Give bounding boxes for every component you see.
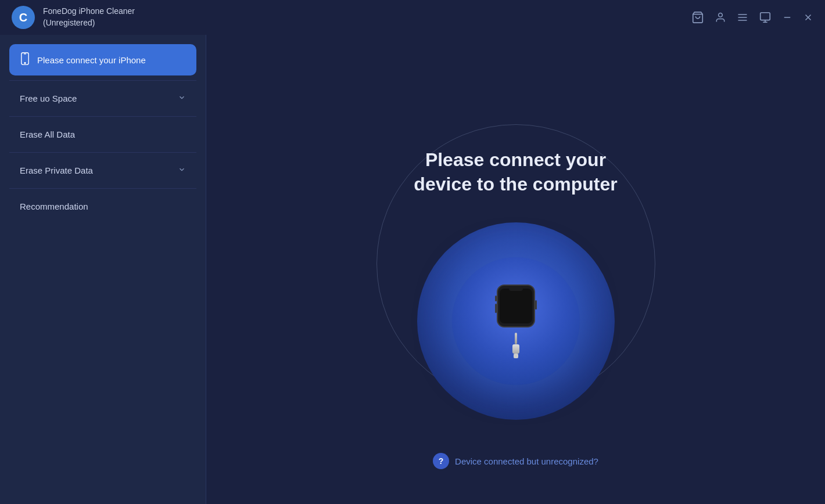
- sidebar-divider-4: [9, 188, 196, 189]
- close-icon[interactable]: [803, 12, 813, 23]
- svg-rect-17: [495, 296, 497, 301]
- sidebar-divider-3: [9, 152, 196, 153]
- app-info: C FoneDog iPhone Cleaner (Unregistered): [12, 6, 135, 29]
- menu-icon[interactable]: [737, 11, 748, 24]
- app-logo: C: [12, 6, 35, 29]
- svg-rect-5: [761, 13, 770, 20]
- sidebar-item-label-erase-all: Erase All Data: [20, 129, 75, 139]
- connect-title: Please connect your device to the comput…: [388, 148, 644, 196]
- user-icon[interactable]: [715, 11, 726, 24]
- iphone-illustration: [495, 284, 537, 332]
- svg-point-13: [24, 63, 26, 64]
- sidebar: Please connect your iPhone Free uo Space…: [0, 35, 206, 504]
- sidebar-item-recommendation[interactable]: Recommendation: [9, 193, 196, 219]
- svg-rect-21: [512, 344, 519, 354]
- middle-circle: [417, 222, 615, 420]
- sidebar-item-erase-all-data[interactable]: Erase All Data: [9, 121, 196, 147]
- device-illustration: [495, 284, 537, 358]
- sidebar-divider-1: [9, 80, 196, 81]
- help-link[interactable]: Device connected but unrecognized?: [455, 456, 598, 466]
- sidebar-item-label-recommendation: Recommendation: [20, 201, 88, 211]
- chevron-down-icon-free: [178, 93, 186, 103]
- titlebar: C FoneDog iPhone Cleaner (Unregistered): [0, 0, 825, 35]
- chevron-down-icon-private: [178, 165, 186, 175]
- sidebar-divider-2: [9, 116, 196, 117]
- app-title: FoneDog iPhone Cleaner (Unregistered): [43, 6, 135, 28]
- cable-illustration: [510, 333, 522, 358]
- svg-rect-15: [500, 289, 532, 323]
- inner-circle: [452, 257, 580, 385]
- sidebar-item-label-erase-private: Erase Private Data: [20, 165, 93, 175]
- main-layout: Please connect your iPhone Free uo Space…: [0, 35, 825, 504]
- chat-icon[interactable]: [759, 11, 772, 24]
- cart-icon[interactable]: [691, 11, 704, 24]
- svg-rect-22: [514, 354, 518, 358]
- sidebar-item-connect-iphone[interactable]: Please connect your iPhone: [9, 44, 196, 75]
- svg-rect-19: [535, 300, 537, 309]
- connect-container: Please connect your device to the comput…: [376, 124, 655, 403]
- content-area: Please connect your device to the comput…: [206, 35, 825, 504]
- svg-rect-16: [509, 286, 523, 291]
- sidebar-item-free-up-space[interactable]: Free uo Space: [9, 85, 196, 111]
- help-section[interactable]: ? Device connected but unrecognized?: [433, 453, 598, 469]
- outer-ring: Please connect your device to the comput…: [376, 124, 655, 403]
- sidebar-item-erase-private-data[interactable]: Erase Private Data: [9, 157, 196, 183]
- sidebar-item-label-connect: Please connect your iPhone: [37, 55, 146, 65]
- sidebar-item-label-free: Free uo Space: [20, 93, 77, 103]
- titlebar-controls: [691, 11, 813, 24]
- iphone-icon: [20, 52, 30, 67]
- minimize-icon[interactable]: [782, 12, 792, 23]
- help-badge: ?: [433, 453, 449, 469]
- svg-point-1: [719, 13, 723, 17]
- svg-rect-18: [495, 304, 497, 313]
- svg-rect-20: [515, 333, 517, 344]
